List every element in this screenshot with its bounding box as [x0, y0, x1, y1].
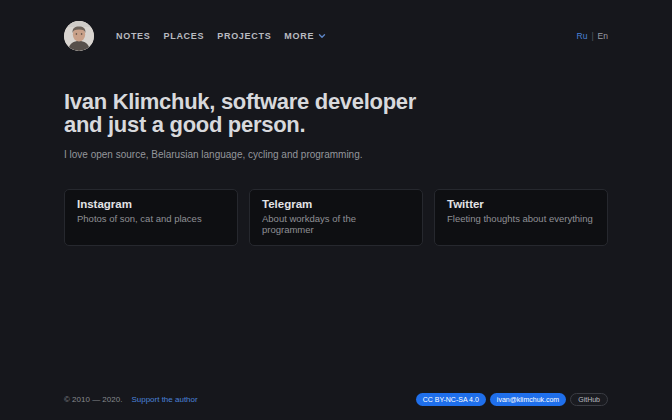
social-cards: Instagram Photos of son, cat and places …	[64, 189, 608, 246]
lang-divider: |	[591, 31, 593, 41]
footer-badges: CC BY-NC-SA 4.0 ivan@klimchuk.com GitHub	[416, 393, 608, 406]
nav-item-more[interactable]: MORE	[284, 31, 326, 41]
page-title-line2: and just a good person.	[64, 112, 305, 137]
hero-subtitle: I love open source, Belarusian language,…	[64, 149, 608, 160]
card-telegram[interactable]: Telegram About workdays of the programme…	[249, 189, 423, 246]
badge-github[interactable]: GitHub	[570, 393, 608, 406]
page-title-line1: Ivan Klimchuk, software developer	[64, 89, 416, 114]
card-title: Instagram	[77, 198, 225, 210]
nav-item-projects-label: PROJECTS	[217, 31, 271, 41]
chevron-down-icon	[318, 32, 326, 40]
card-title: Twitter	[447, 198, 595, 210]
badge-email[interactable]: ivan@klimchuk.com	[490, 393, 566, 406]
nav-item-more-label: MORE	[284, 31, 314, 41]
nav-item-projects[interactable]: PROJECTS	[217, 31, 271, 41]
card-instagram[interactable]: Instagram Photos of son, cat and places	[64, 189, 238, 246]
card-description: Fleeting thoughts about everything	[447, 213, 595, 224]
lang-switch-en[interactable]: En	[598, 31, 608, 41]
nav-item-notes-label: NOTES	[116, 31, 151, 41]
nav-item-notes[interactable]: NOTES	[116, 31, 151, 41]
main-nav: NOTES PLACES PROJECTS MORE	[103, 31, 326, 41]
hero-section: Ivan Klimchuk, software developerand jus…	[64, 90, 608, 160]
header: NOTES PLACES PROJECTS MORE Ru | En	[0, 0, 672, 51]
nav-item-places[interactable]: PLACES	[164, 31, 205, 41]
card-description: Photos of son, cat and places	[77, 213, 225, 224]
footer: © 2010 — 2020. Support the author CC BY-…	[64, 393, 608, 406]
lang-switch-ru[interactable]: Ru	[577, 31, 588, 41]
card-title: Telegram	[262, 198, 410, 210]
card-description: About workdays of the programmer	[262, 213, 410, 235]
support-author-link[interactable]: Support the author	[131, 395, 197, 404]
nav-item-places-label: PLACES	[164, 31, 205, 41]
language-switcher: Ru | En	[577, 31, 609, 41]
page-title: Ivan Klimchuk, software developerand jus…	[64, 90, 608, 136]
copyright-text: © 2010 — 2020.	[64, 395, 122, 404]
card-twitter[interactable]: Twitter Fleeting thoughts about everythi…	[434, 189, 608, 246]
avatar-photo	[64, 21, 94, 51]
badge-license[interactable]: CC BY-NC-SA 4.0	[416, 393, 486, 406]
avatar[interactable]	[64, 21, 94, 51]
